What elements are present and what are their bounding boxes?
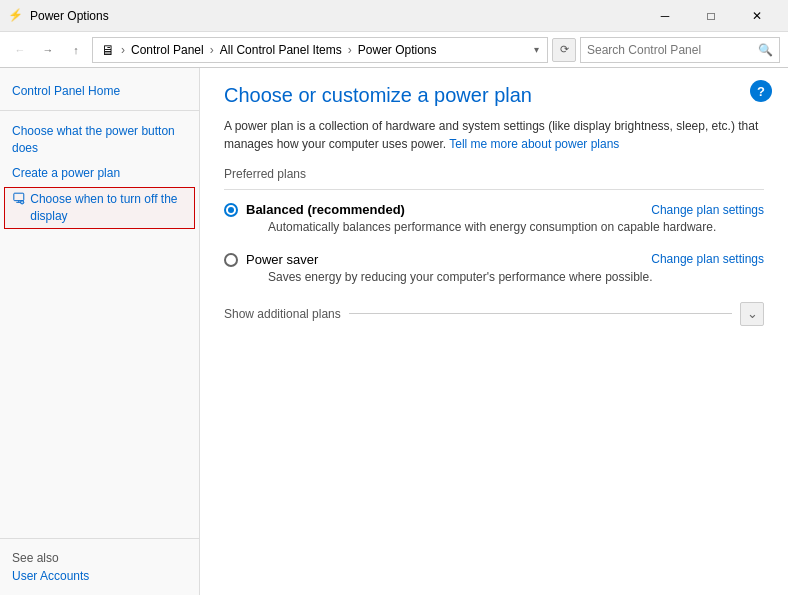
preferred-plans-label: Preferred plans: [224, 167, 764, 181]
refresh-button[interactable]: ⟳: [552, 38, 576, 62]
window-title: Power Options: [30, 9, 642, 23]
plan-item-power-saver: Power saver Change plan settings Saves e…: [224, 252, 764, 286]
plan-item-balanced: Balanced (recommended) Change plan setti…: [224, 202, 764, 236]
sidebar-item-create-plan-label: Create a power plan: [12, 165, 120, 182]
breadcrumb-control-panel[interactable]: Control Panel: [131, 43, 204, 57]
svg-rect-0: [14, 194, 24, 201]
forward-button[interactable]: →: [36, 38, 60, 62]
minimize-button[interactable]: ─: [642, 0, 688, 32]
page-title: Choose or customize a power plan: [224, 84, 764, 107]
power-saver-plan-name: Power saver: [246, 252, 318, 267]
show-plans-divider: [349, 313, 732, 314]
main-container: Control Panel Home Choose what the power…: [0, 68, 788, 595]
power-saver-plan-desc: Saves energy by reducing your computer's…: [268, 269, 764, 286]
window-controls: ─ □ ✕: [642, 0, 780, 32]
help-button[interactable]: ?: [750, 80, 772, 102]
breadcrumb-icon: 🖥: [101, 42, 115, 58]
up-button[interactable]: ↑: [64, 38, 88, 62]
see-also-label: See also: [12, 551, 188, 565]
see-also-user-accounts[interactable]: User Accounts: [12, 569, 89, 583]
show-plans-expand-button[interactable]: ⌄: [740, 302, 764, 326]
search-icon: 🔍: [758, 43, 773, 57]
close-button[interactable]: ✕: [734, 0, 780, 32]
address-bar: ← → ↑ 🖥 › Control Panel › All Control Pa…: [0, 32, 788, 68]
page-description: A power plan is a collection of hardware…: [224, 117, 764, 153]
power-saver-radio[interactable]: [224, 253, 238, 267]
sidebar-item-turn-off-display-label: Choose when to turn off the display: [30, 191, 186, 225]
sidebar-item-create-plan[interactable]: Create a power plan: [0, 161, 199, 186]
show-additional-plans-row: Show additional plans ⌄: [224, 302, 764, 326]
sidebar: Control Panel Home Choose what the power…: [0, 68, 200, 595]
power-saver-name-row: Power saver Change plan settings: [246, 252, 764, 267]
content-area: ? Choose or customize a power plan A pow…: [200, 68, 788, 595]
title-bar: ⚡ Power Options ─ □ ✕: [0, 0, 788, 32]
learn-more-link[interactable]: Tell me more about power plans: [449, 137, 619, 151]
balanced-change-settings[interactable]: Change plan settings: [651, 203, 764, 217]
balanced-name-row: Balanced (recommended) Change plan setti…: [246, 202, 764, 217]
power-saver-change-settings[interactable]: Change plan settings: [651, 252, 764, 266]
see-also-section: See also User Accounts: [0, 538, 200, 595]
balanced-plan-name: Balanced (recommended): [246, 202, 405, 217]
search-box: 🔍: [580, 37, 780, 63]
maximize-button[interactable]: □: [688, 0, 734, 32]
sidebar-item-power-button-label: Choose what the power button does: [12, 123, 187, 157]
breadcrumb-all-items[interactable]: All Control Panel Items: [220, 43, 342, 57]
display-icon: [13, 191, 26, 207]
balanced-plan-info: Balanced (recommended) Change plan setti…: [246, 202, 764, 236]
show-additional-plans-label: Show additional plans: [224, 307, 341, 321]
breadcrumb-dropdown[interactable]: ▾: [534, 44, 539, 55]
back-button[interactable]: ←: [8, 38, 32, 62]
power-saver-plan-info: Power saver Change plan settings Saves e…: [246, 252, 764, 286]
balanced-plan-desc: Automatically balances performance with …: [268, 219, 764, 236]
balanced-radio[interactable]: [224, 203, 238, 217]
sidebar-home-link[interactable]: Control Panel Home: [0, 80, 199, 102]
address-box: 🖥 › Control Panel › All Control Panel It…: [92, 37, 548, 63]
app-icon: ⚡: [8, 8, 24, 24]
breadcrumb-power-options[interactable]: Power Options: [358, 43, 437, 57]
search-input[interactable]: [587, 43, 758, 57]
sidebar-item-power-button[interactable]: Choose what the power button does: [0, 119, 199, 161]
sidebar-item-turn-off-display[interactable]: Choose when to turn off the display: [4, 187, 195, 229]
section-divider: [224, 189, 764, 190]
